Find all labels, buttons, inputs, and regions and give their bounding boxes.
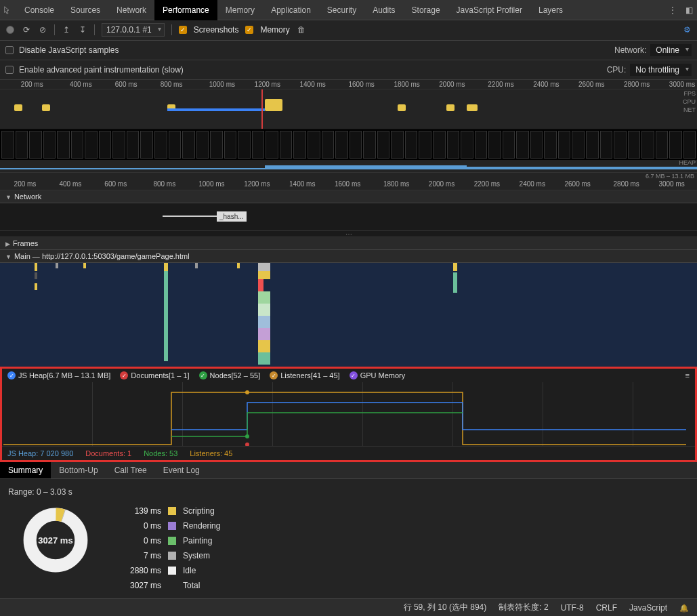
network-request[interactable]: _hash...: [163, 210, 247, 222]
tick: 800 ms: [153, 180, 175, 188]
inspect-icon[interactable]: [0, 5, 16, 15]
tick: 1000 ms: [198, 180, 224, 188]
tick: 2200 ms: [474, 180, 500, 188]
legend-val: 0 ms: [130, 521, 161, 531]
tab-application[interactable]: Application: [263, 0, 319, 20]
tab-memory[interactable]: Memory: [217, 0, 263, 20]
tab-network[interactable]: Network: [108, 0, 154, 20]
listeners-toggle[interactable]: [270, 371, 278, 379]
tick: 200 ms: [21, 81, 43, 88]
tab-storage[interactable]: Storage: [404, 0, 448, 20]
tick: 1600 ms: [335, 180, 360, 188]
memory-checkbox[interactable]: [245, 26, 253, 34]
tab-jsprofiler[interactable]: JavaScript Profiler: [448, 0, 530, 20]
legend-swatch: [168, 522, 176, 530]
line-ending[interactable]: CRLF: [596, 603, 617, 613]
legend-swatch: [168, 507, 176, 515]
legend-val: 7 ms: [130, 551, 161, 560]
legend-label: Nodes[52 – 55]: [210, 371, 261, 379]
legend-label: GPU Memory: [360, 371, 406, 379]
cpu-throttle-select[interactable]: No throttling: [630, 64, 692, 76]
heap-overview[interactable]: HEAP: [0, 160, 697, 173]
target-select[interactable]: 127.0.0.1 #1: [102, 23, 165, 37]
tab-calltree[interactable]: Call Tree: [106, 462, 155, 478]
tick: 2200 ms: [488, 81, 513, 88]
disable-js-label: Disable JavaScript samples: [19, 45, 119, 55]
network-section-header[interactable]: Network: [0, 190, 697, 203]
notifications-icon[interactable]: [679, 603, 689, 613]
flame-chart[interactable]: [0, 263, 697, 367]
summary-panel: Range: 0 – 3.03 s 3027 ms 139 msScriptin…: [0, 479, 697, 598]
tick: 3000 ms: [669, 81, 695, 88]
more-icon[interactable]: ⋮: [664, 5, 681, 15]
resizer[interactable]: ⋯: [0, 230, 697, 237]
reload-button[interactable]: ⟳: [22, 25, 31, 35]
screenshots-checkbox[interactable]: [179, 26, 187, 34]
settings-row-1: Disable JavaScript samples Network: Onli…: [0, 41, 697, 60]
network-section-body[interactable]: _hash...: [0, 203, 697, 230]
tab-width[interactable]: 制表符长度: 2: [499, 602, 548, 613]
language-mode[interactable]: JavaScript: [629, 603, 667, 613]
svg-point-1: [245, 434, 249, 438]
overview-chart[interactable]: FPSCPUNET: [0, 89, 697, 129]
tick: 400 ms: [59, 180, 81, 188]
tick: 1400 ms: [299, 81, 325, 88]
legend-name: Rendering: [183, 521, 220, 531]
overview-ruler[interactable]: 200 ms 400 ms 600 ms 800 ms 1000 ms 1200…: [0, 80, 697, 89]
frames-section-header[interactable]: Frames: [0, 237, 697, 250]
tab-eventlog[interactable]: Event Log: [155, 462, 208, 478]
tab-sources[interactable]: Sources: [62, 0, 108, 20]
overview-track-labels: FPSCPUNET: [683, 89, 696, 114]
legend-name: Painting: [183, 536, 220, 546]
trash-icon[interactable]: 🗑: [297, 25, 306, 35]
tab-performance[interactable]: Performance: [154, 0, 217, 20]
documents-toggle[interactable]: [120, 371, 128, 379]
memory-checkbox-label: Memory: [260, 25, 289, 35]
upload-icon[interactable]: ↥: [62, 25, 71, 35]
disable-js-checkbox[interactable]: [5, 46, 14, 54]
legend-name: System: [183, 551, 220, 560]
nodes-toggle[interactable]: [199, 371, 207, 379]
legend-swatch: [168, 537, 176, 545]
legend-val: 2880 ms: [130, 566, 161, 575]
summary-donut: 3027 ms: [22, 506, 89, 574]
tick: 1000 ms: [209, 81, 235, 88]
clear-button[interactable]: ⊘: [38, 25, 47, 35]
tick: 2400 ms: [520, 180, 545, 188]
encoding[interactable]: UTF-8: [561, 603, 584, 613]
tab-summary[interactable]: Summary: [0, 462, 51, 478]
network-throttle-select[interactable]: Online: [650, 44, 692, 56]
network-throttle-label: Network:: [614, 45, 646, 55]
legend-label: Documents[1 – 1]: [131, 371, 189, 379]
main-section-header[interactable]: Main — http://127.0.0.1:50303/game/gameP…: [0, 250, 697, 263]
memory-legend: JS Heap[6.7 MB – 13.1 MB] Documents[1 – …: [2, 369, 695, 382]
svg-point-0: [245, 390, 249, 394]
dock-icon[interactable]: ◧: [681, 5, 697, 15]
memory-menu-icon[interactable]: ≡: [685, 371, 690, 379]
jsheap-toggle[interactable]: [7, 371, 16, 379]
gpumem-toggle[interactable]: [350, 371, 358, 379]
record-button[interactable]: [5, 25, 15, 35]
memory-chart[interactable]: [2, 382, 695, 447]
settings-gear-icon[interactable]: ⚙: [682, 25, 692, 35]
tick: 1200 ms: [244, 180, 270, 188]
tick: 400 ms: [70, 81, 92, 88]
tick: 1800 ms: [383, 180, 409, 188]
tab-security[interactable]: Security: [319, 0, 364, 20]
tab-console[interactable]: Console: [16, 0, 62, 20]
filmstrip[interactable]: [0, 129, 697, 160]
cursor-position[interactable]: 行 59, 列 10 (选中 894): [404, 602, 487, 613]
tab-layers[interactable]: Layers: [530, 0, 571, 20]
tick: 2800 ms: [624, 81, 650, 88]
legend-val: 139 ms: [130, 506, 161, 516]
heap-track-label: HEAP: [679, 159, 696, 166]
tab-audits[interactable]: Audits: [364, 0, 403, 20]
download-icon[interactable]: ↧: [78, 25, 87, 35]
main-ruler[interactable]: 200 ms 400 ms 600 ms 800 ms 1000 ms 1200…: [0, 180, 697, 190]
tick: 1400 ms: [289, 180, 315, 188]
heap-range-label: 6.7 MB – 13.1 MB: [0, 173, 697, 180]
tab-bottomup[interactable]: Bottom-Up: [51, 462, 106, 478]
tick: 600 ms: [104, 180, 127, 188]
tick: 1600 ms: [349, 81, 375, 88]
adv-paint-checkbox[interactable]: [5, 66, 14, 74]
